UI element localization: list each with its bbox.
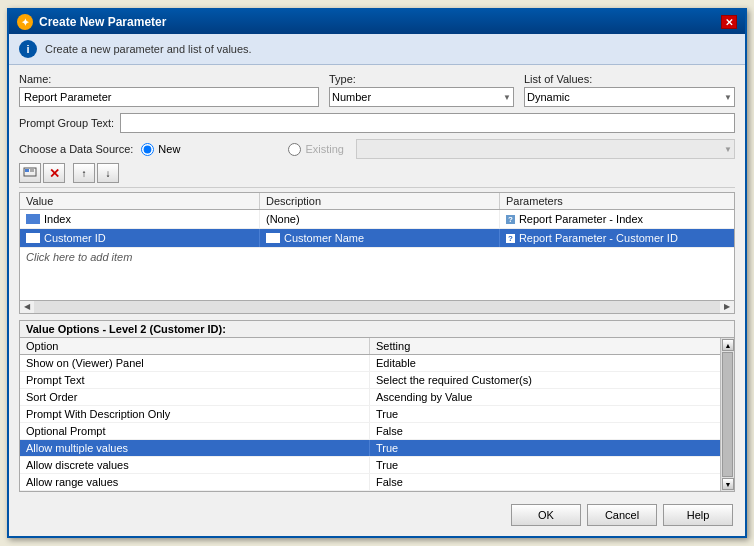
- options-title: Value Options - Level 2 (Customer ID):: [20, 321, 734, 338]
- name-input[interactable]: [19, 87, 319, 107]
- table-body: Index (None) ? Report Parameter - Index: [20, 210, 734, 300]
- options-scrollbar: ▲ ▼: [720, 338, 734, 491]
- table-row[interactable]: Index (None) ? Report Parameter - Index: [20, 210, 734, 229]
- list-item[interactable]: Allow range values False: [20, 474, 720, 491]
- info-bar: i Create a new parameter and list of val…: [9, 34, 745, 65]
- name-label: Name:: [19, 73, 319, 85]
- datasource-label: Choose a Data Source:: [19, 143, 133, 155]
- ok-button[interactable]: OK: [511, 504, 581, 526]
- help-button[interactable]: Help: [663, 504, 733, 526]
- list-item[interactable]: Optional Prompt False: [20, 423, 720, 440]
- radio-new[interactable]: [141, 143, 154, 156]
- col-value-header: Value: [20, 193, 260, 209]
- toolbar: ✕ ↑ ↓: [19, 163, 735, 188]
- cell-params: Report Parameter - Customer ID: [519, 232, 678, 244]
- list-item[interactable]: Sort Order Ascending by Value: [20, 389, 720, 406]
- row-icon: [266, 233, 280, 243]
- svg-rect-1: [25, 169, 29, 172]
- options-section: Value Options - Level 2 (Customer ID): O…: [19, 320, 735, 492]
- radio-new-label[interactable]: New: [158, 143, 180, 155]
- scroll-down-button[interactable]: ▼: [722, 478, 734, 490]
- dialog-title-icon: ✦: [17, 14, 33, 30]
- create-parameter-dialog: ✦ Create New Parameter ✕ i Create a new …: [7, 8, 747, 538]
- title-bar: ✦ Create New Parameter ✕: [9, 10, 745, 34]
- hscroll-left[interactable]: ◀: [20, 301, 34, 313]
- table-header: Value Description Parameters: [20, 193, 734, 210]
- row-icon: [26, 233, 40, 243]
- svg-rect-2: [30, 169, 34, 172]
- add-button[interactable]: [19, 163, 41, 183]
- param-icon: ?: [506, 234, 515, 243]
- dialog-title: Create New Parameter: [39, 15, 166, 29]
- move-down-button[interactable]: ↓: [97, 163, 119, 183]
- scroll-up-button[interactable]: ▲: [722, 339, 734, 351]
- prompt-input[interactable]: [120, 113, 735, 133]
- list-item[interactable]: Allow discrete values True: [20, 457, 720, 474]
- list-item[interactable]: Show on (Viewer) Panel Editable: [20, 355, 720, 372]
- close-button[interactable]: ✕: [721, 15, 737, 29]
- values-table: Value Description Parameters Index (None…: [19, 192, 735, 314]
- table-hscroll: ◀ ▶: [20, 300, 734, 313]
- hscroll-right[interactable]: ▶: [720, 301, 734, 313]
- radio-existing-label[interactable]: Existing: [305, 143, 344, 155]
- add-item-text: Click here to add item: [26, 251, 132, 263]
- list-select[interactable]: Dynamic Static: [524, 87, 735, 107]
- info-text: Create a new parameter and list of value…: [45, 43, 252, 55]
- info-icon: i: [19, 40, 37, 58]
- opt-col-setting: Setting: [370, 338, 720, 354]
- prompt-label: Prompt Group Text:: [19, 117, 114, 129]
- list-item[interactable]: Prompt Text Select the required Customer…: [20, 372, 720, 389]
- table-row[interactable]: Customer ID Customer Name ? Report Param…: [20, 229, 734, 248]
- list-item[interactable]: Prompt With Description Only True: [20, 406, 720, 423]
- cell-value: Index: [44, 213, 71, 225]
- list-item[interactable]: Allow multiple values True: [20, 440, 720, 457]
- radio-existing[interactable]: [288, 143, 301, 156]
- cell-params: Report Parameter - Index: [519, 213, 643, 225]
- col-params-header: Parameters: [500, 193, 734, 209]
- add-item-row[interactable]: Click here to add item: [20, 248, 734, 266]
- cancel-button[interactable]: Cancel: [587, 504, 657, 526]
- type-select[interactable]: Number String Date: [329, 87, 514, 107]
- type-label: Type:: [329, 73, 514, 85]
- cell-value: Customer ID: [44, 232, 106, 244]
- button-row: OK Cancel Help: [19, 500, 735, 528]
- opt-col-option: Option: [20, 338, 370, 354]
- move-up-button[interactable]: ↑: [73, 163, 95, 183]
- options-table: Option Setting Show on (Viewer) Panel Ed…: [20, 338, 720, 491]
- delete-button[interactable]: ✕: [43, 163, 65, 183]
- cell-desc: Customer Name: [284, 232, 364, 244]
- scroll-thumb[interactable]: [722, 352, 733, 477]
- row-icon: [26, 214, 40, 224]
- existing-select[interactable]: [356, 139, 735, 159]
- cell-desc: (None): [266, 213, 300, 225]
- col-desc-header: Description: [260, 193, 500, 209]
- list-label: List of Values:: [524, 73, 735, 85]
- param-icon: ?: [506, 215, 515, 224]
